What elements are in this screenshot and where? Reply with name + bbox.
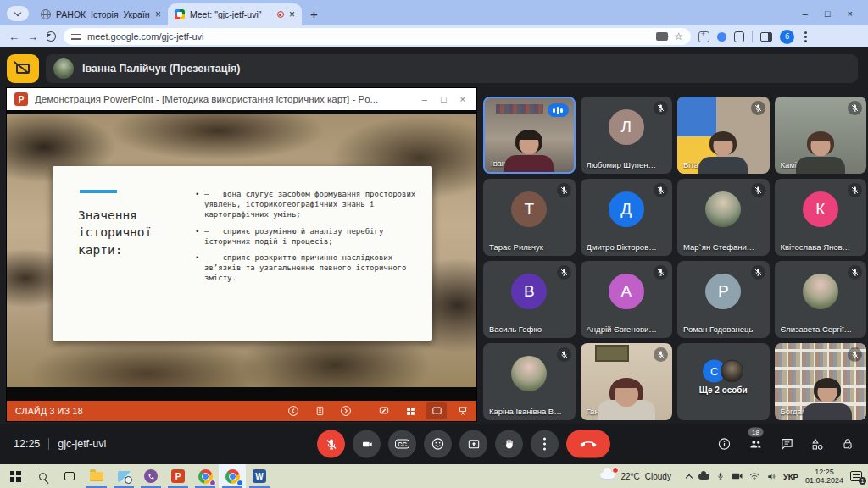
- forward-button[interactable]: →: [27, 31, 38, 42]
- chrome-profile2-button[interactable]: [219, 464, 246, 488]
- meeting-details-button[interactable]: [717, 437, 732, 452]
- tab-capture-icon[interactable]: [656, 32, 668, 41]
- language-indicator[interactable]: УКР: [783, 472, 798, 481]
- profile-avatar[interactable]: б: [780, 30, 794, 44]
- extensions-puzzle-icon[interactable]: [734, 31, 744, 42]
- stop-presenting-button[interactable]: [7, 54, 39, 83]
- site-settings-icon[interactable]: [71, 33, 81, 41]
- participant-tile[interactable]: Ганна Скорейко: [581, 343, 673, 420]
- maximize-button[interactable]: □: [825, 8, 831, 19]
- viber-button[interactable]: [137, 464, 164, 488]
- leave-call-button[interactable]: [566, 430, 610, 458]
- participant-tile[interactable]: Л Любомир Шупен…: [581, 97, 673, 174]
- reactions-button[interactable]: [424, 430, 452, 458]
- photo-viewer-button[interactable]: [110, 464, 137, 488]
- participant-name: Андрій Євгенови…: [587, 324, 657, 334]
- chrome-profile1-button[interactable]: [192, 464, 219, 488]
- participant-tile[interactable]: Д Дмитро Вікторов…: [581, 179, 673, 256]
- presenter-banner[interactable]: Іванна Палійчук (Презентація): [46, 54, 858, 83]
- address-bar[interactable]: meet.google.com/gjc-jetf-uvi ☆: [64, 28, 691, 45]
- captions-button[interactable]: CC: [388, 430, 416, 458]
- participant-tile[interactable]: Т Тарас Рильчук: [483, 179, 576, 256]
- pen-tools-icon[interactable]: [374, 402, 394, 419]
- overflow-label: Ще 2 особи: [677, 385, 770, 395]
- mic-off-icon: [751, 265, 765, 280]
- camera-toggle-button[interactable]: [353, 430, 381, 458]
- back-button[interactable]: ←: [8, 31, 19, 42]
- participant-tile[interactable]: Каміла Мошура: [775, 97, 867, 174]
- weather-widget[interactable]: 22°C Cloudy: [600, 472, 670, 481]
- task-view-button[interactable]: [56, 464, 83, 488]
- folder-icon: [90, 472, 103, 481]
- tray-expand-button[interactable]: [687, 473, 692, 480]
- tab-close-icon[interactable]: ×: [155, 9, 161, 19]
- participant-tile[interactable]: К Квітослава Янов…: [775, 179, 867, 256]
- mic-off-icon: [557, 183, 571, 197]
- file-explorer-button[interactable]: [83, 464, 110, 488]
- raise-hand-button[interactable]: [495, 430, 523, 458]
- windows-logo-icon: [10, 471, 21, 482]
- minimize-button[interactable]: –: [803, 8, 808, 19]
- taskbar-search-button[interactable]: [29, 464, 56, 488]
- tab-ranok[interactable]: РАНОК_Історія_України_11_кл ×: [34, 3, 168, 25]
- avatar: Л: [609, 109, 644, 145]
- notes-icon[interactable]: [309, 402, 330, 419]
- next-slide-icon[interactable]: [336, 402, 356, 419]
- all-slides-grid-icon[interactable]: [400, 402, 420, 419]
- volume-icon[interactable]: [766, 472, 776, 481]
- extension-icon[interactable]: [698, 31, 709, 42]
- reading-view-icon[interactable]: [426, 402, 447, 419]
- tray-mic-icon[interactable]: [716, 471, 725, 481]
- tray-camera-icon[interactable]: [732, 472, 743, 480]
- overflow-tile[interactable]: С Ще 2 особи: [677, 343, 770, 420]
- tab-meet[interactable]: Meet: "gjc-jetf-uvi" ×: [168, 3, 302, 25]
- participant-tile[interactable]: А Андрій Євгенови…: [581, 261, 673, 338]
- participant-tile[interactable]: Мар`ян Стефани…: [677, 179, 770, 256]
- extension-blue-dot-icon[interactable]: [717, 32, 726, 42]
- word-taskbar-button[interactable]: W: [246, 464, 273, 488]
- activities-button[interactable]: [810, 437, 825, 452]
- participant-tile[interactable]: Р Роман Годованець: [677, 261, 770, 338]
- start-button[interactable]: [2, 464, 29, 488]
- tab-search-button[interactable]: [7, 6, 29, 21]
- side-panel-icon[interactable]: [760, 32, 772, 42]
- url-text[interactable]: meet.google.com/gjc-jetf-uvi: [87, 31, 650, 42]
- participant-tile[interactable]: Каріна Іванівна В…: [483, 343, 576, 420]
- participant-name: Квітослава Янов…: [781, 242, 851, 252]
- ppt-maximize-button[interactable]: □: [441, 94, 447, 104]
- more-options-button[interactable]: [531, 430, 559, 458]
- network-icon[interactable]: [749, 472, 760, 480]
- slideshow-icon[interactable]: [453, 402, 473, 419]
- mic-toggle-button[interactable]: [317, 430, 345, 458]
- screen: РАНОК_Історія_України_11_кл × Meet: "gjc…: [0, 0, 868, 488]
- onedrive-icon[interactable]: [698, 474, 709, 480]
- participant-name: Єлизавета Сергії…: [781, 324, 853, 334]
- taskbar-clock[interactable]: 12:25 01.04.2024: [805, 468, 843, 485]
- close-button[interactable]: ×: [848, 8, 853, 19]
- meet-app: Іванна Палійчук (Презентація) P Демонстр…: [0, 47, 868, 464]
- host-controls-button[interactable]: [841, 437, 854, 452]
- slide-bullet: – сприяє розкриттю причинно-наслідкових …: [195, 253, 419, 284]
- powerpoint-app-icon: P: [14, 92, 28, 106]
- action-center-button[interactable]: 1: [850, 471, 862, 481]
- participant-tile[interactable]: Єлизавета Сергії…: [775, 261, 867, 338]
- participant-tile[interactable]: Віталій Фурдига: [677, 97, 770, 174]
- new-tab-button[interactable]: +: [310, 7, 318, 21]
- reload-button[interactable]: [46, 31, 56, 42]
- chat-panel-button[interactable]: [780, 437, 794, 452]
- overflow-avatars: С: [703, 359, 743, 382]
- powerpoint-taskbar-button[interactable]: P: [164, 464, 192, 488]
- people-panel-button[interactable]: 18: [748, 437, 764, 452]
- bookmark-star-icon[interactable]: ☆: [674, 30, 683, 42]
- participant-tile[interactable]: В Василь Гефко: [483, 261, 576, 338]
- tab-close-icon[interactable]: ×: [289, 9, 295, 19]
- present-screen-button[interactable]: [459, 430, 487, 458]
- ppt-minimize-button[interactable]: –: [422, 94, 427, 104]
- notification-badge: 1: [859, 477, 866, 485]
- prev-slide-icon[interactable]: [283, 402, 303, 419]
- weather-temp: 22°C: [620, 472, 639, 481]
- browser-menu-icon[interactable]: [804, 36, 807, 38]
- ppt-close-button[interactable]: ×: [460, 94, 465, 104]
- participant-tile[interactable]: Богдан Паска: [775, 343, 867, 420]
- participant-tile[interactable]: Іванна Палійчук: [483, 97, 576, 174]
